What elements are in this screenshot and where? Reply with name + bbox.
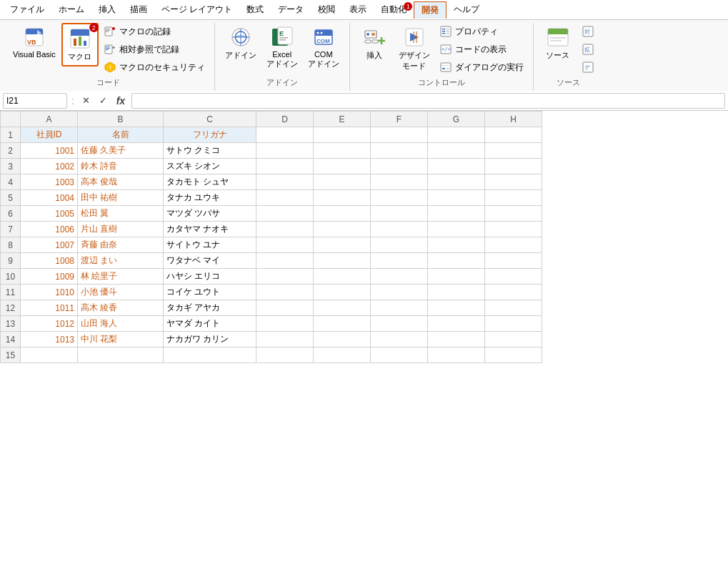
cell-4-c[interactable]: タカモト シュヤ — [164, 174, 256, 190]
cell-1d[interactable] — [256, 127, 314, 143]
cell-15-c[interactable] — [164, 347, 256, 363]
row-num-2[interactable]: 2 — [1, 143, 21, 159]
cell-8-d[interactable] — [256, 237, 314, 253]
cell-6-d[interactable] — [256, 206, 314, 222]
cell-14-b[interactable]: 中川 花梨 — [78, 332, 164, 347]
tab-formulas[interactable]: 数式 — [239, 1, 271, 19]
cell-15-g[interactable] — [428, 347, 485, 363]
cell-1h[interactable] — [485, 127, 542, 143]
cell-4-g[interactable] — [428, 174, 485, 190]
cell-13-h[interactable] — [485, 316, 542, 332]
tab-draw[interactable]: 描画 — [123, 1, 154, 19]
cell-2-h[interactable] — [485, 143, 542, 159]
row-num-9[interactable]: 9 — [1, 253, 21, 269]
cell-6-a[interactable]: 1005 — [21, 206, 78, 222]
tab-home[interactable]: ホーム — [51, 1, 91, 19]
cell-12-b[interactable]: 高木 綾香 — [78, 300, 164, 316]
cell-11-h[interactable] — [485, 285, 542, 300]
cell-5-g[interactable] — [428, 190, 485, 206]
cell-5-h[interactable] — [485, 190, 542, 206]
source-button[interactable]: ソース — [539, 23, 577, 64]
cell-7-c[interactable]: カタヤマ ナオキ — [164, 222, 256, 237]
cell-9-a[interactable]: 1008 — [21, 253, 78, 269]
properties-button[interactable]: プロパティ — [436, 23, 527, 40]
cell-7-f[interactable] — [371, 222, 428, 237]
expand-packs-button[interactable]: 拡 — [578, 41, 598, 58]
cell-6-b[interactable]: 松田 翼 — [78, 206, 164, 222]
tab-review[interactable]: 校閲 — [311, 1, 342, 19]
cell-12-e[interactable] — [314, 300, 371, 316]
cell-7-e[interactable] — [314, 222, 371, 237]
cell-13-g[interactable] — [428, 316, 485, 332]
cell-2-g[interactable] — [428, 143, 485, 159]
tab-automate[interactable]: 自動化 1 — [374, 1, 414, 19]
cell-4-h[interactable] — [485, 174, 542, 190]
cell-6-g[interactable] — [428, 206, 485, 222]
cell-15-d[interactable] — [256, 347, 314, 363]
cell-8-g[interactable] — [428, 237, 485, 253]
cell-12-f[interactable] — [371, 300, 428, 316]
cell-7-g[interactable] — [428, 222, 485, 237]
tab-help[interactable]: ヘルプ — [447, 1, 487, 19]
row-num-4[interactable]: 4 — [1, 174, 21, 190]
header-cell-name[interactable]: 名前 — [78, 127, 164, 143]
cell-2-b[interactable]: 佐藤 久美子 — [78, 143, 164, 159]
cell-7-b[interactable]: 片山 直樹 — [78, 222, 164, 237]
cell-14-f[interactable] — [371, 332, 428, 347]
cell-4-a[interactable]: 1003 — [21, 174, 78, 190]
cell-5-c[interactable]: タナカ ユウキ — [164, 190, 256, 206]
cell-11-f[interactable] — [371, 285, 428, 300]
col-header-c[interactable]: C — [164, 112, 256, 127]
cell-9-b[interactable]: 渡辺 まい — [78, 253, 164, 269]
cell-8-f[interactable] — [371, 237, 428, 253]
com-addin-button[interactable]: COM COMアドイン — [304, 23, 344, 72]
cell-14-h[interactable] — [485, 332, 542, 347]
cell-1g[interactable] — [428, 127, 485, 143]
cell-15-b[interactable] — [78, 347, 164, 363]
cell-4-d[interactable] — [256, 174, 314, 190]
cell-15-a[interactable] — [21, 347, 78, 363]
cell-10-d[interactable] — [256, 269, 314, 285]
cell-8-c[interactable]: サイトウ ユナ — [164, 237, 256, 253]
name-box[interactable]: I21 — [3, 93, 67, 109]
cell-6-f[interactable] — [371, 206, 428, 222]
cell-5-a[interactable]: 1004 — [21, 190, 78, 206]
row-num-14[interactable]: 14 — [1, 332, 21, 347]
header-cell-id[interactable]: 社員ID — [21, 127, 78, 143]
row-num-10[interactable]: 10 — [1, 269, 21, 285]
row-num-12[interactable]: 12 — [1, 300, 21, 316]
col-header-g[interactable]: G — [428, 112, 485, 127]
cell-11-b[interactable]: 小池 優斗 — [78, 285, 164, 300]
cell-14-c[interactable]: ナカガワ カリン — [164, 332, 256, 347]
insert-control-button[interactable]: 挿入 — [356, 23, 393, 64]
header-cell-kana[interactable]: フリガナ — [164, 127, 256, 143]
cell-6-e[interactable] — [314, 206, 371, 222]
cell-3-e[interactable] — [314, 159, 371, 174]
formula-input[interactable] — [131, 93, 725, 109]
col-header-d[interactable]: D — [256, 112, 314, 127]
cell-12-d[interactable] — [256, 300, 314, 316]
cell-3-g[interactable] — [428, 159, 485, 174]
cell-8-e[interactable] — [314, 237, 371, 253]
cell-2-f[interactable] — [371, 143, 428, 159]
row-num-1[interactable]: 1 — [1, 127, 21, 143]
cell-5-f[interactable] — [371, 190, 428, 206]
cell-3-h[interactable] — [485, 159, 542, 174]
record-macro-button[interactable]: マクロの記録 — [100, 23, 209, 40]
row-num-7[interactable]: 7 — [1, 222, 21, 237]
run-dialog-button[interactable]: ダイアログの実行 — [436, 59, 527, 76]
tab-data[interactable]: データ — [271, 1, 311, 19]
tab-page-layout[interactable]: ページ レイアウト — [154, 1, 239, 19]
relative-ref-button[interactable]: 相対参照で記録 — [100, 41, 209, 58]
cell-13-a[interactable]: 1012 — [21, 316, 78, 332]
cell-9-f[interactable] — [371, 253, 428, 269]
cell-10-h[interactable] — [485, 269, 542, 285]
row-num-5[interactable]: 5 — [1, 190, 21, 206]
cell-2-c[interactable]: サトウ クミコ — [164, 143, 256, 159]
cell-10-f[interactable] — [371, 269, 428, 285]
cell-5-b[interactable]: 田中 祐樹 — [78, 190, 164, 206]
cell-12-c[interactable]: タカギ アヤカ — [164, 300, 256, 316]
row-num-3[interactable]: 3 — [1, 159, 21, 174]
cell-11-e[interactable] — [314, 285, 371, 300]
tab-insert[interactable]: 挿入 — [91, 1, 123, 19]
